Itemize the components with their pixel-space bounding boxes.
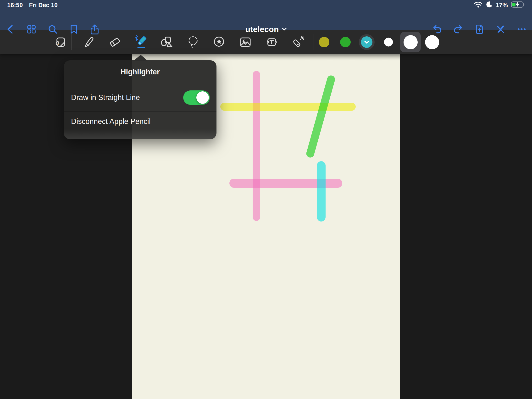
toggle-knob (196, 91, 209, 104)
toolbar-divider (314, 34, 314, 50)
color-swatch-olive-yellow[interactable] (319, 37, 329, 47)
moon-icon (486, 1, 493, 9)
color-swatch-green[interactable] (340, 37, 351, 47)
laser-pointer-tool[interactable] (289, 32, 307, 52)
status-time: 16:50 (7, 2, 23, 9)
share-button[interactable] (86, 21, 103, 38)
lasso-tool[interactable] (184, 32, 202, 52)
back-chevron-icon (5, 24, 16, 35)
add-page-icon (474, 24, 485, 35)
lasso-icon (186, 35, 200, 49)
text-tool[interactable] (263, 32, 281, 52)
shapes-icon (160, 35, 173, 49)
add-page-button[interactable] (471, 21, 488, 38)
straight-line-row: Draw in Straight Line (64, 84, 216, 111)
document-title: utelecon (245, 25, 279, 34)
image-tool[interactable] (236, 32, 254, 52)
popover-arrow (134, 55, 147, 61)
eraser-tool[interactable] (106, 32, 124, 52)
search-button[interactable] (44, 21, 61, 38)
stroke-green-diagonal (310, 79, 331, 154)
svg-text:a: a (56, 38, 59, 47)
image-icon (239, 35, 252, 49)
chevron-down-icon (364, 40, 369, 44)
straight-line-label: Draw in Straight Line (71, 84, 140, 111)
search-icon (47, 24, 58, 35)
highlighter-popover: Highlighter Draw in Straight Line Discon… (64, 60, 216, 139)
sticker-icon (212, 35, 226, 49)
highlighter-tool[interactable] (132, 32, 150, 52)
color-swatch-white[interactable] (384, 38, 393, 47)
document-title-button[interactable]: utelecon (245, 25, 287, 34)
redo-icon (453, 24, 464, 35)
pages-overview-button[interactable] (23, 21, 40, 38)
status-bar: 16:50 Fri Dec 10 17% (0, 0, 532, 10)
highlighter-icon (134, 35, 147, 49)
battery-percent: 17% (496, 2, 508, 9)
disconnect-pencil-label: Disconnect Apple Pencil (71, 111, 151, 132)
bookmark-icon (68, 24, 79, 35)
shapes-tool[interactable] (158, 32, 176, 52)
pages-grid-icon (26, 24, 37, 35)
wifi-icon (474, 1, 482, 9)
straight-line-toggle[interactable] (183, 90, 210, 105)
stroke-size-1-selected[interactable] (400, 32, 421, 52)
color-swatch-teal-selected[interactable] (359, 34, 375, 50)
disconnect-pencil-row[interactable]: Disconnect Apple Pencil (64, 111, 216, 139)
nav-bar: 16:50 Fri Dec 10 17% (0, 0, 532, 30)
ellipsis-icon (516, 24, 527, 35)
pen-crossed-icon (495, 24, 506, 35)
popover-title: Highlighter (64, 60, 216, 84)
bookmark-button[interactable] (65, 21, 82, 38)
text-icon (265, 35, 279, 49)
chevron-down-icon (282, 28, 287, 31)
more-menu-button[interactable] (513, 21, 530, 38)
undo-button[interactable] (428, 21, 446, 38)
redo-button[interactable] (450, 21, 467, 38)
back-button[interactable] (2, 21, 19, 38)
eraser-icon (108, 35, 121, 49)
content-area: Highlighter Draw in Straight Line Discon… (0, 54, 532, 399)
status-date: Fri Dec 10 (29, 2, 58, 9)
sticker-tool[interactable] (210, 32, 228, 52)
goodnotes-app: 16:50 Fri Dec 10 17% (0, 0, 532, 399)
stop-editing-button[interactable] (492, 21, 509, 38)
battery-charging-icon (511, 1, 526, 9)
undo-icon (431, 24, 443, 35)
share-icon (89, 24, 100, 35)
laser-pointer-icon (291, 35, 305, 49)
nav-row: utelecon (0, 10, 532, 30)
